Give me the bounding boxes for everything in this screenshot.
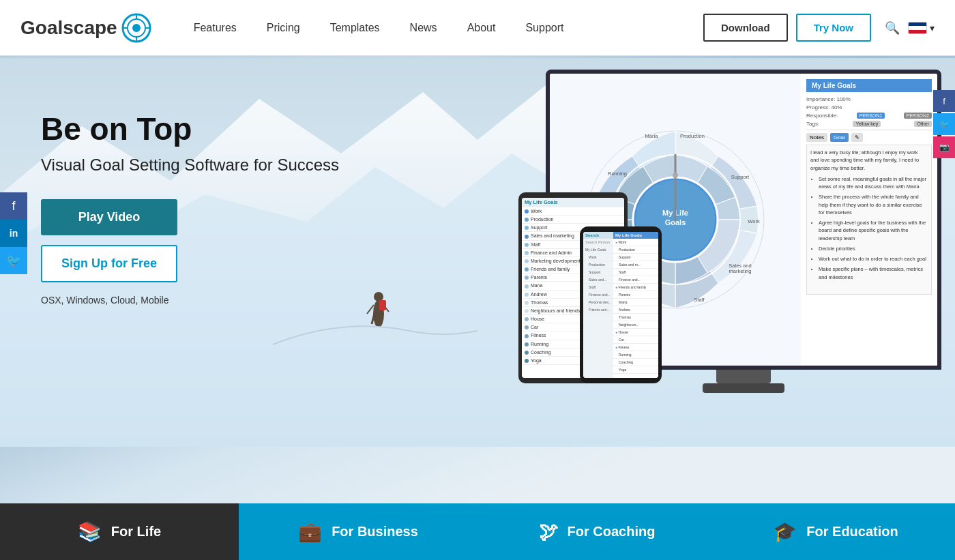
footer-categories: 📚 For Life 💼 For Business 🕊 For Coaching… <box>0 503 955 560</box>
category-business-label: For Business <box>332 524 418 540</box>
linkedin-sidebar-button[interactable]: in <box>0 220 27 247</box>
monitor-stand <box>703 383 784 393</box>
panel-tab-edit[interactable]: ✎ <box>851 133 863 142</box>
tag2: Other <box>914 121 932 127</box>
svg-point-2 <box>132 24 141 32</box>
life-icon: 📚 <box>78 520 102 543</box>
play-video-button[interactable]: Play Video <box>41 199 177 235</box>
note-intro: I lead a very busy life; although I enjo… <box>810 149 928 172</box>
category-coaching-label: For Coaching <box>568 524 656 540</box>
twitter-right-button[interactable]: 🐦 <box>933 113 955 135</box>
main-nav: Features Pricing Templates News About Su… <box>179 0 703 56</box>
note-item-4: Decide priorities <box>819 245 928 252</box>
phone-screen: Search Search Person My Life Goals Work … <box>583 232 658 378</box>
logo-icon <box>121 13 151 43</box>
monitor-base <box>716 370 771 383</box>
svg-text:marketing: marketing <box>729 268 752 274</box>
search-icon[interactable]: 🔍 <box>885 20 900 35</box>
nav-support[interactable]: Support <box>510 0 578 56</box>
facebook-right-icon: f <box>943 96 945 106</box>
note-item-1: Set some real, meaningful goals in all t… <box>819 175 928 191</box>
svg-line-13 <box>381 310 382 324</box>
facebook-right-button[interactable]: f <box>933 90 955 112</box>
nav-templates[interactable]: Templates <box>315 0 395 56</box>
tag1: Yellow key <box>853 121 881 127</box>
phone-left-panel: Search Search Person My Life Goals Work … <box>583 232 613 378</box>
note-list: Set some real, meaningful goals in all t… <box>810 175 928 281</box>
language-arrow: ▾ <box>930 23 935 33</box>
panel-divider <box>806 130 932 130</box>
svg-text:Work: Work <box>748 218 760 224</box>
note-item-3: Agree high-level goals for the business … <box>819 219 928 242</box>
svg-text:Production: Production <box>680 133 705 139</box>
header-actions: Download Try Now 🔍 ▾ <box>703 14 935 42</box>
social-sidebar-left: f in 🐦 <box>0 192 27 274</box>
panel-importance: Importance: 100% <box>806 96 932 102</box>
coaching-icon: 🕊 <box>539 520 558 543</box>
panel-progress: Progress: 40% <box>806 104 932 110</box>
business-icon: 💼 <box>298 520 322 543</box>
category-education[interactable]: 🎓 For Education <box>716 503 955 560</box>
twitter-sidebar-button[interactable]: 🐦 <box>0 247 27 274</box>
header: Goalscape Features Pricing Templates New… <box>0 0 955 56</box>
nav-pricing[interactable]: Pricing <box>252 0 315 56</box>
tablet-header: My Life Goals <box>522 198 624 207</box>
responsible-tag2: PERSON2 <box>904 113 932 119</box>
try-now-button[interactable]: Try Now <box>796 14 871 42</box>
category-life[interactable]: 📚 For Life <box>0 503 239 560</box>
phone-mockup: Search Search Person My Life Goals Work … <box>580 226 662 383</box>
right-panel: My Life Goals Importance: 100% Progress:… <box>801 74 937 366</box>
panel-tab-bar: Notes Goal ✎ <box>806 133 932 142</box>
facebook-sidebar-button[interactable]: f <box>0 192 27 220</box>
panel-tags: Tags: Yellow key Other <box>806 121 932 127</box>
category-education-label: For Education <box>806 524 898 540</box>
twitter-right-icon: 🐦 <box>939 119 950 129</box>
note-item-5: Work out what to do in order to reach ea… <box>819 255 928 263</box>
phone-right-panel: My Life Goals ● Work Production Support … <box>613 232 658 378</box>
note-item-2: Share the process with the whole family … <box>819 193 928 216</box>
category-life-label: For Life <box>111 524 161 540</box>
panel-tab-notes[interactable]: Notes <box>806 133 827 142</box>
logo[interactable]: Goalscape <box>20 13 151 43</box>
nav-news[interactable]: News <box>395 0 452 56</box>
twitter-icon: 🐦 <box>6 253 21 268</box>
svg-text:Support: Support <box>731 174 750 180</box>
flag-icon <box>908 22 927 34</box>
svg-text:Running: Running <box>608 171 627 177</box>
tablet-row-1: Work <box>522 207 624 216</box>
svg-text:Maria: Maria <box>645 133 659 139</box>
language-selector[interactable]: ▾ <box>908 22 935 34</box>
panel-note-content: I lead a very busy life; although I enjo… <box>806 145 932 295</box>
panel-responsible: Responsible: PERSON1 PERSON2 <box>806 113 932 119</box>
panel-title: My Life Goals <box>806 79 932 92</box>
svg-text:Staff: Staff <box>694 297 705 303</box>
facebook-icon: f <box>12 199 15 213</box>
tablet-row-2: Production <box>522 216 624 224</box>
category-business[interactable]: 💼 For Business <box>239 503 478 560</box>
linkedin-icon: in <box>10 228 18 239</box>
logo-text: Goalscape <box>20 17 117 39</box>
education-icon: 🎓 <box>773 520 797 543</box>
note-item-6: Make specific plans – with timescales, m… <box>819 265 928 281</box>
category-coaching[interactable]: 🕊 For Coaching <box>478 503 716 560</box>
panel-tab-goal[interactable]: Goal <box>830 133 849 142</box>
social-sidebar-right: f 🐦 📷 <box>933 90 955 158</box>
signup-button[interactable]: Sign Up for Free <box>41 245 177 282</box>
hero-section: f in 🐦 f 🐦 📷 Be on Top Visual Goal Setti… <box>0 56 955 503</box>
svg-point-37 <box>673 173 678 178</box>
download-button[interactable]: Download <box>703 14 788 42</box>
responsible-tag: PERSON1 <box>857 113 885 119</box>
devices-mockup: My Life Goals Production Support Work Sa… <box>478 70 941 492</box>
nav-features[interactable]: Features <box>179 0 252 56</box>
instagram-right-button[interactable]: 📷 <box>933 136 955 158</box>
nav-about[interactable]: About <box>452 0 511 56</box>
instagram-right-icon: 📷 <box>939 143 950 152</box>
